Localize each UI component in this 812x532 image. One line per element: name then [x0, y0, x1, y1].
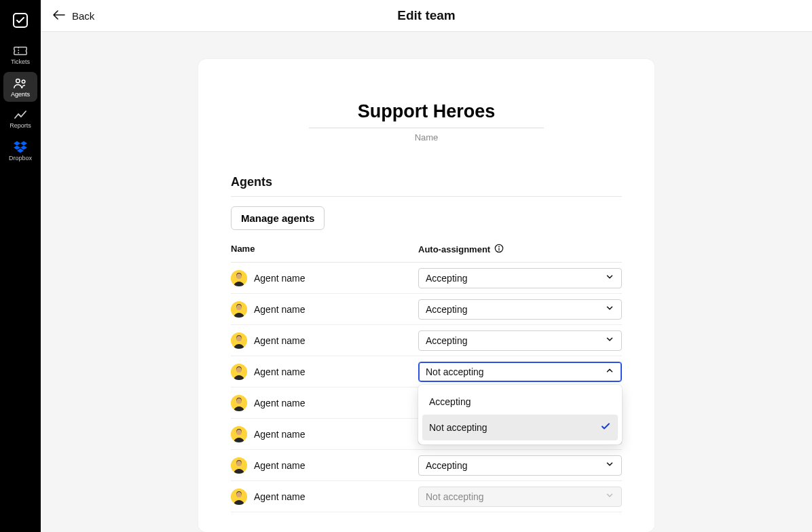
- cell-name: Agent name: [231, 301, 418, 318]
- select-value: Accepting: [426, 460, 467, 471]
- table-row: Agent nameNot accepting: [231, 481, 622, 512]
- sidebar-item-label: Dropbox: [9, 155, 32, 162]
- dropdown-option[interactable]: Not accepting: [422, 415, 618, 440]
- chevron-up-icon: [605, 366, 614, 377]
- reports-icon: [14, 110, 27, 121]
- cell-name: Agent name: [231, 395, 418, 411]
- agent-name: Agent name: [254, 460, 306, 471]
- cell-auto-assignment: Not accepting: [418, 487, 622, 507]
- dropdown-option-label: Not accepting: [429, 422, 487, 433]
- chevron-down-icon: [605, 272, 614, 284]
- sidebar-item-label: Tickets: [11, 58, 30, 65]
- agent-name: Agent name: [254, 491, 306, 502]
- svg-point-2: [22, 80, 25, 83]
- sidebar-item-label: Reports: [10, 122, 31, 129]
- select-value: Accepting: [426, 304, 467, 315]
- cell-auto-assignment: Accepting: [418, 268, 622, 288]
- avatar: [231, 332, 247, 349]
- chevron-down-icon: [605, 335, 614, 346]
- cell-auto-assignment: Not accepting AcceptingNot accepting: [418, 362, 622, 382]
- select-value: Accepting: [426, 273, 467, 284]
- auto-assignment-select[interactable]: Accepting: [418, 330, 622, 351]
- table-row: Agent nameAccepting: [231, 294, 622, 325]
- agent-name: Agent name: [254, 398, 306, 408]
- agent-name: Agent name: [254, 366, 306, 377]
- avatar: [231, 426, 247, 442]
- avatar: [231, 301, 247, 318]
- select-value: Not accepting: [426, 491, 484, 502]
- cell-name: Agent name: [231, 426, 418, 442]
- auto-assignment-select: Not accepting: [418, 487, 622, 507]
- auto-assignment-select[interactable]: Accepting: [418, 268, 622, 288]
- agent-name: Agent name: [254, 273, 306, 284]
- agent-name: Agent name: [254, 335, 306, 346]
- svg-point-1: [16, 79, 20, 83]
- manage-agents-button[interactable]: Manage agents: [231, 206, 325, 230]
- table-row: Agent nameAccepting: [231, 450, 622, 481]
- team-name-input[interactable]: [309, 98, 544, 128]
- sidebar-item-label: Agents: [11, 91, 30, 98]
- cell-name: Agent name: [231, 332, 418, 349]
- table-row: Agent nameAccepting: [231, 263, 622, 294]
- select-value: Not accepting: [426, 366, 484, 377]
- tickets-icon: [13, 45, 28, 57]
- chevron-down-icon: [605, 303, 614, 315]
- main: Back Edit team Name Agents Manage agents…: [41, 0, 812, 532]
- select-value: Accepting: [426, 335, 467, 346]
- table-row: Agent nameNot accepting AcceptingNot acc…: [231, 356, 622, 387]
- cell-auto-assignment: Accepting: [418, 330, 622, 351]
- avatar: [231, 489, 247, 505]
- check-icon: [600, 421, 611, 434]
- chevron-down-icon: [605, 459, 614, 471]
- app-logo: [5, 5, 35, 35]
- agents-section-title: Agents: [231, 175, 622, 197]
- auto-assignment-select[interactable]: Accepting: [418, 455, 622, 476]
- content: Name Agents Manage agents Name Auto-assi…: [41, 32, 812, 532]
- agent-name: Agent name: [254, 429, 306, 440]
- back-label: Back: [72, 10, 94, 22]
- dropdown-option-label: Accepting: [429, 396, 470, 407]
- cell-name: Agent name: [231, 489, 418, 505]
- svg-point-4: [498, 246, 500, 248]
- auto-assignment-dropdown: AcceptingNot accepting: [418, 385, 622, 444]
- auto-assignment-select[interactable]: Accepting: [418, 299, 622, 320]
- table-header: Name Auto-assignment: [231, 238, 622, 263]
- chevron-down-icon: [605, 491, 614, 502]
- team-name-label: Name: [415, 132, 439, 142]
- auto-assignment-select[interactable]: Not accepting: [418, 362, 622, 382]
- info-icon[interactable]: [494, 244, 504, 255]
- back-button[interactable]: Back: [53, 10, 94, 22]
- column-auto-assignment: Auto-assignment: [418, 244, 622, 255]
- dropdown-option[interactable]: Accepting: [422, 389, 618, 415]
- cell-auto-assignment: Accepting: [418, 299, 622, 320]
- agents-table: Name Auto-assignment: [231, 238, 622, 512]
- edit-team-card: Name Agents Manage agents Name Auto-assi…: [198, 59, 654, 532]
- page-title: Edit team: [397, 8, 456, 23]
- topbar: Back Edit team: [41, 0, 812, 32]
- agent-name: Agent name: [254, 304, 306, 315]
- cell-name: Agent name: [231, 457, 418, 474]
- sidebar: Tickets Agents Reports Dropbox: [0, 0, 41, 532]
- avatar: [231, 270, 247, 286]
- sidebar-item-reports[interactable]: Reports: [3, 104, 37, 133]
- agents-icon: [13, 77, 28, 90]
- avatar: [231, 395, 247, 411]
- cell-name: Agent name: [231, 364, 418, 380]
- sidebar-item-tickets[interactable]: Tickets: [3, 39, 37, 69]
- svg-rect-5: [499, 248, 500, 250]
- dropbox-icon: [14, 141, 27, 153]
- column-name: Name: [231, 244, 418, 255]
- avatar: [231, 364, 247, 380]
- back-arrow-icon: [53, 10, 65, 22]
- team-name-field: Name: [231, 98, 622, 142]
- sidebar-item-agents[interactable]: Agents: [3, 72, 37, 102]
- avatar: [231, 457, 247, 474]
- cell-name: Agent name: [231, 270, 418, 286]
- table-row: Agent nameAccepting: [231, 325, 622, 356]
- cell-auto-assignment: Accepting: [418, 455, 622, 476]
- sidebar-item-dropbox[interactable]: Dropbox: [3, 136, 37, 166]
